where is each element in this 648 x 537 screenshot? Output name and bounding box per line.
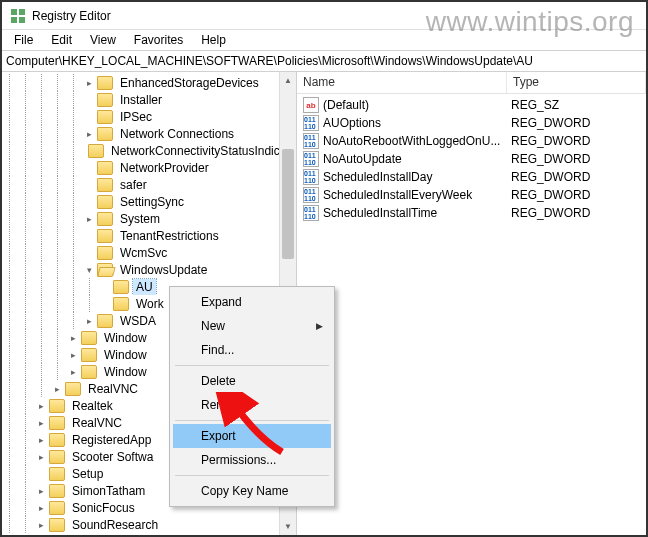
list-row[interactable]: ab(Default)REG_SZ (297, 96, 646, 114)
chevron-right-icon[interactable]: ▸ (34, 399, 48, 413)
scroll-down-icon[interactable]: ▼ (280, 518, 296, 535)
context-menu-label: Copy Key Name (201, 484, 288, 498)
folder-icon (97, 110, 113, 124)
chevron-right-icon[interactable]: ▸ (34, 518, 48, 532)
menu-favorites[interactable]: Favorites (126, 32, 191, 48)
address-bar[interactable]: Computer\HKEY_LOCAL_MACHINE\SOFTWARE\Pol… (2, 50, 646, 72)
value-type: REG_DWORD (511, 152, 646, 166)
svg-rect-2 (11, 17, 17, 23)
folder-icon (97, 229, 113, 243)
tree-item[interactable]: ▸IPSec (2, 108, 296, 125)
tree-item[interactable]: ▸WcmSvc (2, 244, 296, 261)
scroll-thumb[interactable] (282, 149, 294, 259)
tree-item-label: Realtek (69, 398, 116, 414)
menu-help[interactable]: Help (193, 32, 234, 48)
context-menu-item-permissions[interactable]: Permissions... (173, 448, 331, 472)
context-menu-item-export[interactable]: Export (173, 424, 331, 448)
list-pane[interactable]: Name Type ab(Default)REG_SZ011 110AUOpti… (297, 72, 646, 535)
chevron-right-icon[interactable]: ▸ (66, 348, 80, 362)
tree-item-label: IPSec (117, 109, 155, 125)
value-type: REG_SZ (511, 98, 646, 112)
tree-item[interactable]: ▸Installer (2, 91, 296, 108)
address-path: Computer\HKEY_LOCAL_MACHINE\SOFTWARE\Pol… (6, 54, 533, 68)
chevron-right-icon[interactable]: ▸ (34, 416, 48, 430)
tree-item-label: TenantRestrictions (117, 228, 222, 244)
tree-item[interactable]: ▸safer (2, 176, 296, 193)
tree-item-label: System (117, 211, 163, 227)
dword-value-icon: 011 110 (303, 187, 319, 203)
chevron-right-icon[interactable]: ▸ (82, 212, 96, 226)
list-row[interactable]: 011 110ScheduledInstallEveryWeekREG_DWOR… (297, 186, 646, 204)
context-menu-item-new[interactable]: New▶ (173, 314, 331, 338)
folder-icon (49, 416, 65, 430)
context-menu-item-copy-key-name[interactable]: Copy Key Name (173, 479, 331, 503)
tree-item-label: SettingSync (117, 194, 187, 210)
folder-icon (49, 399, 65, 413)
tree-item[interactable]: ▸Network Connections (2, 125, 296, 142)
chevron-right-icon[interactable]: ▸ (66, 365, 80, 379)
tree-item[interactable]: ▸NetworkProvider (2, 159, 296, 176)
folder-icon (97, 161, 113, 175)
list-row[interactable]: 011 110ScheduledInstallDayREG_DWORD (297, 168, 646, 186)
tree-item[interactable]: ▸SoundResearch (2, 516, 296, 533)
folder-icon (81, 365, 97, 379)
tree-item[interactable]: ▸NetworkConnectivityStatusIndicato (2, 142, 296, 159)
chevron-right-icon[interactable]: ▸ (82, 127, 96, 141)
folder-icon (97, 93, 113, 107)
tree-item-label: EnhancedStorageDevices (117, 75, 262, 91)
column-type[interactable]: Type (507, 72, 646, 93)
list-row[interactable]: 011 110NoAutoRebootWithLoggedOnU...REG_D… (297, 132, 646, 150)
folder-icon (97, 76, 113, 90)
app-icon (10, 8, 26, 24)
menu-file[interactable]: File (6, 32, 41, 48)
window-title: Registry Editor (32, 9, 111, 23)
context-menu-item-delete[interactable]: Delete (173, 369, 331, 393)
tree-item-label: SonicFocus (69, 500, 138, 516)
scroll-up-icon[interactable]: ▲ (280, 72, 296, 89)
list-row[interactable]: 011 110ScheduledInstallTimeREG_DWORD (297, 204, 646, 222)
chevron-right-icon[interactable]: ▸ (66, 331, 80, 345)
tree-item[interactable]: ▸SettingSync (2, 193, 296, 210)
chevron-down-icon[interactable]: ▾ (82, 263, 96, 277)
folder-icon (81, 348, 97, 362)
chevron-right-icon[interactable]: ▸ (34, 433, 48, 447)
tree-item-label: WcmSvc (117, 245, 170, 261)
context-menu-label: Delete (201, 374, 236, 388)
chevron-right-icon[interactable]: ▸ (34, 484, 48, 498)
value-type: REG_DWORD (511, 188, 646, 202)
tree-item-label: Scooter Softwa (69, 449, 156, 465)
folder-icon (65, 382, 81, 396)
value-type: REG_DWORD (511, 116, 646, 130)
folder-icon (49, 433, 65, 447)
chevron-right-icon[interactable]: ▸ (34, 450, 48, 464)
context-menu-item-expand[interactable]: Expand (173, 290, 331, 314)
context-menu[interactable]: ExpandNew▶Find...DeleteRenameExportPermi… (169, 286, 335, 507)
dword-value-icon: 011 110 (303, 205, 319, 221)
menu-view[interactable]: View (82, 32, 124, 48)
tree-item-label: Network Connections (117, 126, 237, 142)
chevron-right-icon[interactable]: ▸ (82, 314, 96, 328)
tree-item-label: safer (117, 177, 150, 193)
menu-separator (175, 365, 329, 366)
value-name: NoAutoRebootWithLoggedOnU... (323, 134, 511, 148)
chevron-right-icon[interactable]: ▸ (50, 382, 64, 396)
column-name[interactable]: Name (297, 72, 507, 93)
tree-item-label: Window (101, 347, 150, 363)
tree-item-label: Window (101, 364, 150, 380)
context-menu-item-rename[interactable]: Rename (173, 393, 331, 417)
svg-rect-0 (11, 9, 17, 15)
list-row[interactable]: 011 110AUOptionsREG_DWORD (297, 114, 646, 132)
dword-value-icon: 011 110 (303, 169, 319, 185)
list-row[interactable]: 011 110NoAutoUpdateREG_DWORD (297, 150, 646, 168)
tree-item[interactable]: ▾WindowsUpdate (2, 261, 296, 278)
tree-item[interactable]: ▸System (2, 210, 296, 227)
menu-edit[interactable]: Edit (43, 32, 80, 48)
context-menu-item-find[interactable]: Find... (173, 338, 331, 362)
context-menu-label: Rename (201, 398, 246, 412)
folder-icon (97, 246, 113, 260)
folder-icon (81, 331, 97, 345)
chevron-right-icon[interactable]: ▸ (34, 501, 48, 515)
tree-item[interactable]: ▸EnhancedStorageDevices (2, 74, 296, 91)
chevron-right-icon[interactable]: ▸ (82, 76, 96, 90)
tree-item[interactable]: ▸TenantRestrictions (2, 227, 296, 244)
